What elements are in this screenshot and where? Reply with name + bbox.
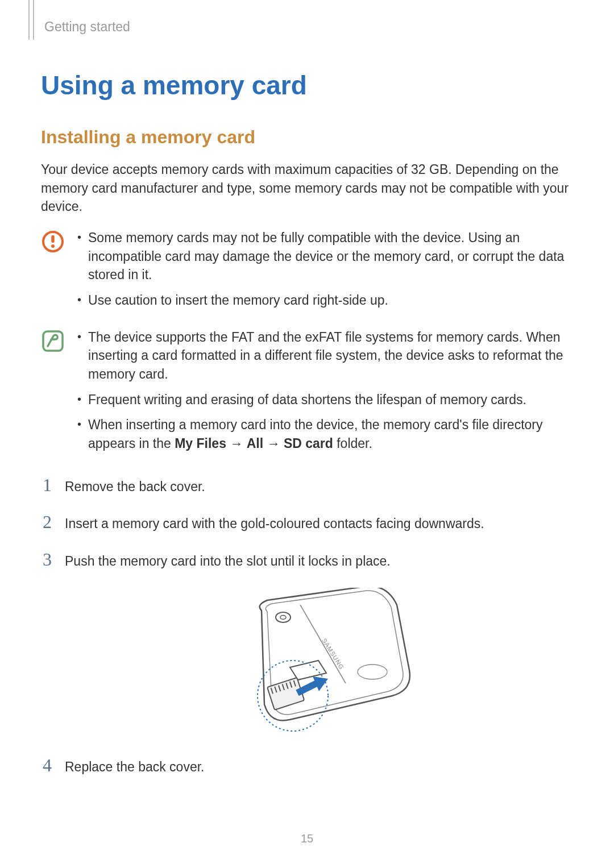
note-bold: My Files [175,436,226,451]
intro-paragraph: Your device accepts memory cards with ma… [41,160,573,216]
note-block: The device supports the FAT and the exFA… [41,328,573,460]
note-bold: All [247,436,263,451]
step-number: 3 [41,550,53,568]
note-bold: SD card [284,436,333,451]
step-text: Insert a memory card with the gold-colou… [65,514,484,533]
caution-item: Some memory cards may not be fully compa… [77,229,573,284]
caution-block: Some memory cards may not be fully compa… [41,229,573,317]
steps-list: 1 Remove the back cover. 2 Insert a memo… [41,476,573,571]
caution-item: Use caution to insert the memory card ri… [77,291,573,310]
svg-rect-1 [51,235,54,243]
step-item: 2 Insert a memory card with the gold-col… [41,513,573,533]
memory-card-diagram: SAMSUNG [41,588,573,736]
svg-rect-3 [43,331,63,351]
note-item: The device supports the FAT and the exFA… [77,328,573,384]
note-arrow: → [226,436,247,451]
breadcrumb: Getting started [44,19,573,35]
note-icon [41,329,65,355]
step-number: 1 [41,476,53,494]
note-item: Frequent writing and erasing of data sho… [77,391,573,409]
step-text: Replace the back cover. [65,758,204,776]
svg-point-2 [51,244,55,248]
step-item: 1 Remove the back cover. [41,476,573,496]
caution-text: Some memory cards may not be fully compa… [88,229,573,284]
step-number: 4 [41,756,53,774]
note-text: Frequent writing and erasing of data sho… [88,391,526,409]
caution-list: Some memory cards may not be fully compa… [77,229,573,310]
page-content: Getting started Using a memory card Inst… [0,0,614,776]
note-list: The device supports the FAT and the exFA… [77,328,573,453]
steps-list-continued: 4 Replace the back cover. [41,756,573,776]
page-tab-marker [28,0,34,40]
step-number: 2 [41,513,53,531]
step-item: 3 Push the memory card into the slot unt… [41,550,573,571]
note-text-part: folder. [333,436,372,451]
caution-icon [41,230,65,256]
section-title: Installing a memory card [41,127,573,148]
note-text: The device supports the FAT and the exFA… [88,328,573,384]
note-arrow: → [263,436,284,451]
caution-text: Use caution to insert the memory card ri… [88,291,388,310]
page-title: Using a memory card [41,70,573,101]
page-number: 15 [0,832,614,845]
note-text: When inserting a memory card into the de… [88,416,573,452]
step-text: Remove the back cover. [65,477,205,496]
step-text: Push the memory card into the slot until… [65,552,391,571]
step-item: 4 Replace the back cover. [41,756,573,776]
note-item: When inserting a memory card into the de… [77,416,573,452]
